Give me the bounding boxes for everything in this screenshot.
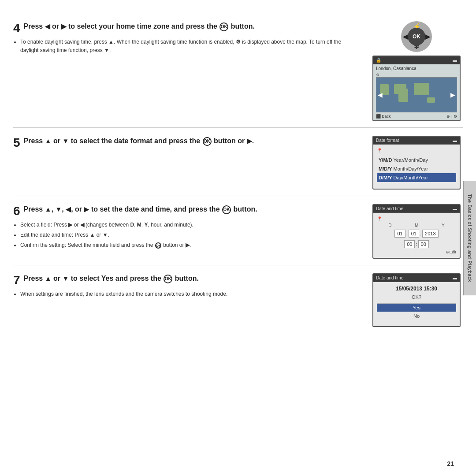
datetime-date-fields: 01 . 01 . 2013 (377, 230, 456, 238)
confirm-date-display: 15/05/2013 15:30 (377, 286, 456, 292)
map-footer: ⬛ Back ⊕ : ⚙ (376, 114, 457, 119)
section-7-left: 7 Press ▲ or ▼ to select Yes and press t… (13, 273, 361, 327)
min-field: 00 (418, 240, 429, 248)
section-5-left: 5 Press ▲ or ▼ to select the date format… (13, 136, 361, 190)
datetime-labels: D M Y (377, 223, 456, 228)
step7-bullets: When settings are finished, the lens ext… (20, 290, 357, 298)
map-left-arrow: ◀ (378, 91, 383, 98)
map-right-arrow: ▶ (450, 91, 455, 98)
datetime-screen: Date and time ▬ 📍 D M Y 01 . 01 . (372, 204, 461, 259)
ok-icon-s4: OK (219, 22, 228, 31)
confirm-yes: Yes (377, 303, 456, 312)
datetime-title: Date and time (376, 206, 403, 211)
section-5-right: Date format ▬ 📍 Y/M/D Year/Month/Day M/D… (370, 136, 463, 190)
datetime-header: Date and time ▬ (373, 205, 460, 213)
confirm-title: Date and time (376, 275, 403, 280)
d-label: D (388, 223, 391, 228)
date-format-dmy: D/M/Y Day/Month/Year (377, 173, 456, 182)
section-4-right: ⚡ OK ❄ ◀ ▶ 🔒 ▬ L (370, 21, 463, 121)
step6-title: Press ▲, ▼, ◀, or ▶ to set the date and … (24, 204, 257, 215)
datetime-time-fields: 00 : 00 (377, 240, 456, 248)
section-4-left: 4 Press ◀ or ▶ to select your home time … (13, 21, 361, 121)
page-number: 21 (447, 460, 454, 467)
date-format-pin: 📍 (377, 148, 456, 153)
ok-icon-s7: OK (164, 275, 172, 283)
date-sep-1: . (406, 231, 408, 236)
step6-bullets: Select a field: Press ▶ or ◀ (changes be… (20, 221, 357, 250)
step5-title: Press ▲ or ▼ to select the date format a… (24, 136, 254, 146)
ok-arrow-left: ◀ (403, 33, 408, 40)
datetime-footer: ⊕Edit (377, 250, 456, 254)
step6-bullet-3: Confirm the setting: Select the minute f… (20, 241, 357, 249)
ok-button-graphic: ⚡ OK ❄ ◀ ▶ (401, 21, 432, 52)
d-field: 01 (394, 230, 405, 238)
step7-title: Press ▲ or ▼ to select Yes and press the… (24, 273, 199, 284)
map-screen-body: London, Casablanca ⚙ ◀ ▶ (373, 64, 460, 120)
date-format-header: Date format ▬ (373, 137, 460, 145)
section-7-right: Date and time ▬ 15/05/2013 15:30 OK? Yes… (370, 273, 463, 327)
continent-africa (398, 89, 408, 102)
map-back-label: ⬛ Back (376, 114, 391, 119)
section-7: 7 Press ▲ or ▼ to select Yes and press t… (13, 265, 463, 333)
section-6: 6 Press ▲, ▼, ◀, or ▶ to set the date an… (13, 196, 463, 265)
confirm-screen: Date and time ▬ 15/05/2013 15:30 OK? Yes… (372, 273, 461, 327)
step6-number: 6 (13, 205, 20, 217)
step4-bullet-1: To enable daylight saving time, press ▲.… (20, 38, 357, 55)
m-label: M (415, 223, 418, 228)
datetime-header-right: ▬ (453, 206, 457, 211)
map-screen: 🔒 ▬ London, Casablanca ⚙ (372, 56, 461, 121)
sidebar-tab-label: The Basics of Shooting and Playback (467, 194, 472, 282)
ok-circle-outer: ⚡ OK ❄ ◀ ▶ (401, 21, 432, 52)
step6-heading-row: 6 Press ▲, ▼, ◀, or ▶ to set the date an… (13, 204, 357, 218)
section-4-right-inner: ⚡ OK ❄ ◀ ▶ 🔒 ▬ L (372, 21, 461, 121)
date-format-mdy: M/D/Y Month/Day/Year (377, 164, 456, 173)
ok-icon-s6: OK (222, 205, 231, 214)
confirm-header-right: ▬ (453, 275, 457, 280)
y-field: 2013 (422, 230, 438, 238)
step5-heading-row: 5 Press ▲ or ▼ to select the date format… (13, 136, 357, 150)
h-field: 00 (404, 240, 415, 248)
map-screen-header: 🔒 ▬ (373, 56, 460, 64)
date-format-ymd: Y/M/D Year/Month/Day (377, 156, 456, 164)
confirm-no: No (377, 312, 456, 320)
map-header-right: ▬ (453, 58, 457, 63)
date-format-title: Date format (376, 138, 399, 143)
time-sep: : (416, 242, 417, 247)
map-area: ◀ ▶ (376, 77, 457, 112)
step7-heading-row: 7 Press ▲ or ▼ to select Yes and press t… (13, 273, 357, 287)
m-field: 01 (409, 230, 419, 238)
step7-number: 7 (13, 274, 20, 286)
ok-icon-s5: OK (203, 137, 212, 146)
date-format-screen: Date format ▬ 📍 Y/M/D Year/Month/Day M/D… (372, 136, 461, 190)
ok-label: OK (413, 33, 420, 40)
section-6-left: 6 Press ▲, ▼, ◀, or ▶ to set the date an… (13, 204, 361, 259)
datetime-edit-label: ⊕Edit (446, 250, 456, 254)
date-format-header-right: ▬ (453, 138, 457, 143)
step4-number: 4 (13, 22, 20, 34)
ok-icon-s6b: OK (155, 242, 161, 249)
datetime-body: 📍 D M Y 01 . 01 . 2013 00 (373, 213, 460, 258)
step4-bullets: To enable daylight saving time, press ▲.… (20, 38, 357, 55)
date-sep-2: . (420, 231, 421, 236)
confirm-header: Date and time ▬ (373, 274, 460, 282)
section-4: 4 Press ◀ or ▶ to select your home time … (13, 13, 463, 128)
confirm-body: 15/05/2013 15:30 OK? Yes No (373, 282, 460, 326)
section-6-right: Date and time ▬ 📍 D M Y 01 . 01 . (370, 204, 463, 259)
y-label: Y (442, 223, 445, 228)
ok-arrow-right: ▶ (425, 33, 430, 40)
sidebar-tab: The Basics of Shooting and Playback (463, 181, 476, 295)
map-footer-right: ⊕ : ⚙ (446, 114, 457, 119)
map-gear-icon: ⚙ (376, 73, 379, 77)
continent-australia (427, 97, 435, 103)
page-container: 4 Press ◀ or ▶ to select your home time … (0, 0, 476, 476)
continent-asia (414, 83, 429, 95)
step7-bullet-1: When settings are finished, the lens ext… (20, 290, 357, 298)
section-5: 5 Press ▲ or ▼ to select the date format… (13, 128, 463, 196)
step4-heading-row: 4 Press ◀ or ▶ to select your home time … (13, 21, 357, 35)
confirm-question: OK? (377, 294, 456, 300)
step5-number: 5 (13, 137, 20, 149)
map-header-lock: 🔒 (376, 58, 381, 63)
date-format-body: 📍 Y/M/D Year/Month/Day M/D/Y Month/Day/Y… (373, 145, 460, 189)
ok-circle-inner: OK (408, 28, 425, 45)
step4-title: Press ◀ or ▶ to select your home time zo… (24, 21, 255, 32)
